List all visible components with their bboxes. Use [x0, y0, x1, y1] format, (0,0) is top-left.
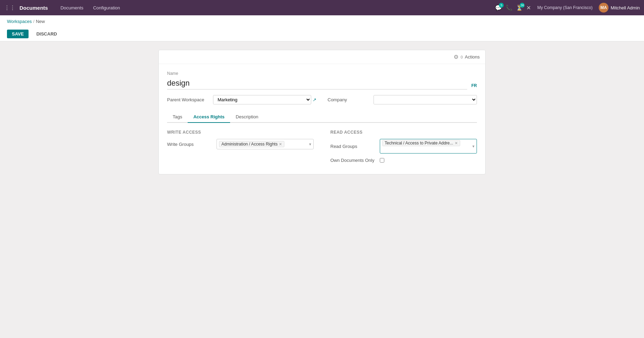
- name-input[interactable]: [167, 77, 467, 89]
- breadcrumb-current: New: [36, 19, 45, 24]
- write-groups-label: Write Groups: [167, 142, 212, 147]
- name-label: Name: [167, 71, 477, 76]
- form-body: Name FR Parent Workspace Marketing: [159, 64, 485, 174]
- write-access-label: Write Access: [167, 130, 314, 135]
- save-button[interactable]: SAVE: [7, 30, 29, 38]
- write-groups-input[interactable]: Administration / Access Rights ✕ ▼: [217, 139, 314, 149]
- user-menu[interactable]: MA Mitchell Admin: [599, 3, 640, 13]
- activity-badge: 36: [520, 3, 525, 8]
- tab-tags[interactable]: Tags: [167, 111, 188, 123]
- read-groups-label: Read Groups: [330, 144, 376, 149]
- company-label: Company: [328, 97, 369, 102]
- form-card: ⚙ 0 Actions Name FR Parent Workspace: [158, 50, 486, 174]
- own-docs-checkbox[interactable]: [380, 158, 384, 163]
- company-select-wrapper: [374, 95, 477, 104]
- workspace-company-row: Parent Workspace Marketing ↗ Company: [167, 95, 477, 104]
- lang-badge[interactable]: FR: [471, 83, 477, 88]
- company-inline: Company: [328, 95, 477, 104]
- read-groups-dropdown-arrow: ▼: [472, 144, 475, 148]
- parent-workspace-label: Parent Workspace: [167, 97, 209, 102]
- read-access-col: Read Access Read Groups Technical / Acce…: [330, 130, 477, 167]
- phone-icon-btn[interactable]: 📞: [505, 5, 512, 11]
- write-groups-tag-input[interactable]: [286, 142, 311, 147]
- company-select[interactable]: [374, 95, 477, 104]
- name-row: FR: [167, 77, 477, 89]
- breadcrumb: Workspaces / New: [7, 19, 637, 27]
- tab-access-rights[interactable]: Access Rights: [188, 111, 230, 123]
- grid-icon[interactable]: ⋮⋮: [4, 5, 15, 11]
- form-card-header: ⚙ 0 Actions: [159, 50, 485, 64]
- parent-workspace-field: Parent Workspace Marketing ↗: [167, 95, 316, 104]
- topbar-icons: 💬 5 📞 ⏳ 36 ✕ My Company (San Francisco) …: [495, 3, 640, 13]
- actions-button[interactable]: ⚙ 0 Actions: [454, 54, 480, 60]
- read-groups-tag-input[interactable]: [382, 148, 474, 152]
- write-groups-row: Write Groups Administration / Access Rig…: [167, 139, 314, 149]
- chat-icon-btn[interactable]: 💬 5: [495, 5, 502, 11]
- own-docs-row: Own Documents Only: [330, 158, 477, 163]
- close-icon-btn[interactable]: ✕: [526, 5, 531, 11]
- parent-workspace-select-wrapper: Marketing ↗: [213, 95, 316, 104]
- write-groups-tag-text-0: Administration / Access Rights: [221, 142, 277, 147]
- own-docs-label: Own Documents Only: [330, 158, 376, 163]
- own-docs-checkbox-wrapper: [380, 158, 384, 163]
- nav-documents[interactable]: Documents: [56, 3, 88, 13]
- action-bar: SAVE DISCARD: [7, 27, 637, 41]
- discard-button[interactable]: DISCARD: [31, 30, 62, 38]
- actions-count: 0: [461, 55, 463, 59]
- write-groups-dropdown-arrow: ▼: [308, 142, 312, 146]
- name-field-row: Name FR: [167, 71, 477, 89]
- app-name: Documents: [19, 5, 48, 11]
- avatar-initials: MA: [600, 5, 607, 10]
- read-groups-tag-0: Technical / Access to Private Addre... ✕: [382, 140, 460, 146]
- parent-workspace-select[interactable]: Marketing: [213, 95, 311, 104]
- actions-label: Actions: [465, 54, 480, 60]
- write-groups-tag-0: Administration / Access Rights ✕: [219, 141, 284, 147]
- write-groups-tag-remove-0[interactable]: ✕: [279, 142, 282, 147]
- activity-icon-btn[interactable]: ⏳ 36: [516, 5, 523, 11]
- read-access-label: Read Access: [330, 130, 477, 135]
- read-groups-tag-remove-0[interactable]: ✕: [455, 141, 458, 146]
- breadcrumb-parent[interactable]: Workspaces: [7, 19, 32, 24]
- topbar: ⋮⋮ Documents Documents Configuration 💬 5…: [0, 0, 644, 15]
- breadcrumb-separator: /: [33, 19, 34, 24]
- phone-icon: 📞: [505, 5, 512, 11]
- top-nav: Documents Configuration: [56, 3, 124, 13]
- access-rights-content: Write Access Write Groups Administration…: [167, 130, 477, 167]
- company-field: Company: [328, 95, 477, 104]
- write-access-col: Write Access Write Groups Administration…: [167, 130, 314, 167]
- read-groups-input[interactable]: Technical / Access to Private Addre... ✕…: [380, 139, 477, 154]
- close-icon: ✕: [526, 5, 531, 11]
- gear-icon: ⚙: [454, 54, 458, 60]
- main-content: ⚙ 0 Actions Name FR Parent Workspace: [0, 41, 644, 338]
- chat-badge: 5: [499, 3, 504, 8]
- nav-configuration[interactable]: Configuration: [89, 3, 124, 13]
- tabs: Tags Access Rights Description: [167, 111, 477, 123]
- tab-description[interactable]: Description: [230, 111, 264, 123]
- breadcrumb-bar: Workspaces / New SAVE DISCARD: [0, 15, 644, 41]
- external-link-icon[interactable]: ↗: [313, 97, 316, 102]
- user-name: Mitchell Admin: [611, 5, 640, 10]
- parent-workspace-inline: Parent Workspace Marketing ↗: [167, 95, 316, 104]
- read-groups-row: Read Groups Technical / Access to Privat…: [330, 139, 477, 154]
- read-groups-tag-text-0: Technical / Access to Private Addre...: [385, 141, 453, 146]
- company-label: My Company (San Francisco): [537, 5, 592, 10]
- avatar: MA: [599, 3, 608, 13]
